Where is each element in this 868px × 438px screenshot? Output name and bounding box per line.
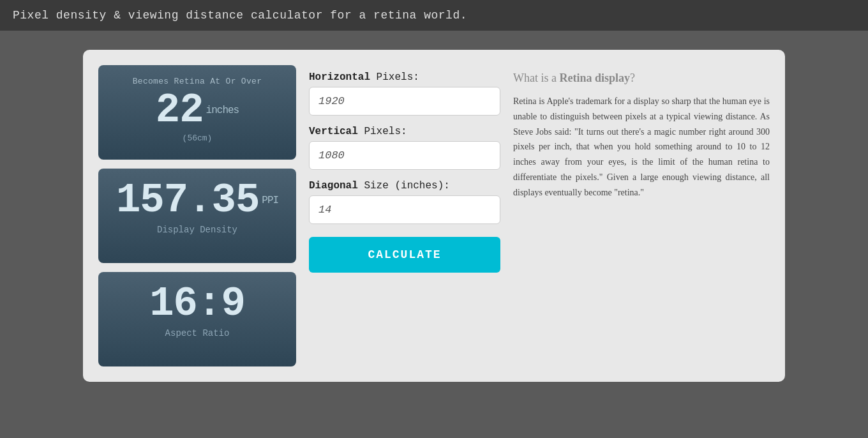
results-column: Becomes Retina At Or Over 22inches (56cm…	[98, 65, 296, 366]
ratio-value: 16:9	[108, 283, 286, 324]
ratio-box: 16:9 Aspect Ratio	[98, 272, 296, 366]
vertical-label: Vertical Pixels:	[309, 126, 500, 137]
calculate-button[interactable]: CALCULATE	[309, 237, 500, 273]
density-value: 157.35PPI	[108, 180, 286, 221]
vertical-input[interactable]	[309, 141, 500, 170]
diagonal-field-group: Diagonal Size (inches):	[309, 180, 500, 224]
retina-distance-box: Becomes Retina At Or Over 22inches (56cm…	[98, 65, 296, 160]
diagonal-input[interactable]	[309, 195, 500, 224]
horizontal-input[interactable]	[309, 87, 500, 116]
calculator-card: Becomes Retina At Or Over 22inches (56cm…	[83, 50, 785, 382]
header-title: Pixel density & viewing distance calcula…	[13, 9, 467, 22]
density-label: Display Density	[108, 225, 286, 235]
horizontal-field-group: Horizontal Pixels:	[309, 72, 500, 116]
header-bar: Pixel density & viewing distance calcula…	[0, 0, 868, 31]
main-content: Becomes Retina At Or Over 22inches (56cm…	[0, 31, 868, 438]
vertical-field-group: Vertical Pixels:	[309, 126, 500, 170]
info-body: Retina is Apple's trademark for a displa…	[513, 94, 770, 200]
horizontal-label: Horizontal Pixels:	[309, 72, 500, 83]
info-title: What is a Retina display?	[513, 72, 770, 85]
info-column: What is a Retina display? Retina is Appl…	[513, 65, 770, 366]
retina-value: 22inches	[108, 90, 286, 131]
ratio-label: Aspect Ratio	[108, 328, 286, 338]
diagonal-label: Diagonal Size (inches):	[309, 180, 500, 192]
inputs-column: Horizontal Pixels: Vertical Pixels: Diag…	[309, 65, 500, 366]
density-box: 157.35PPI Display Density	[98, 169, 296, 263]
retina-label-top: Becomes Retina At Or Over	[108, 77, 286, 86]
retina-cm: (56cm)	[108, 133, 286, 143]
